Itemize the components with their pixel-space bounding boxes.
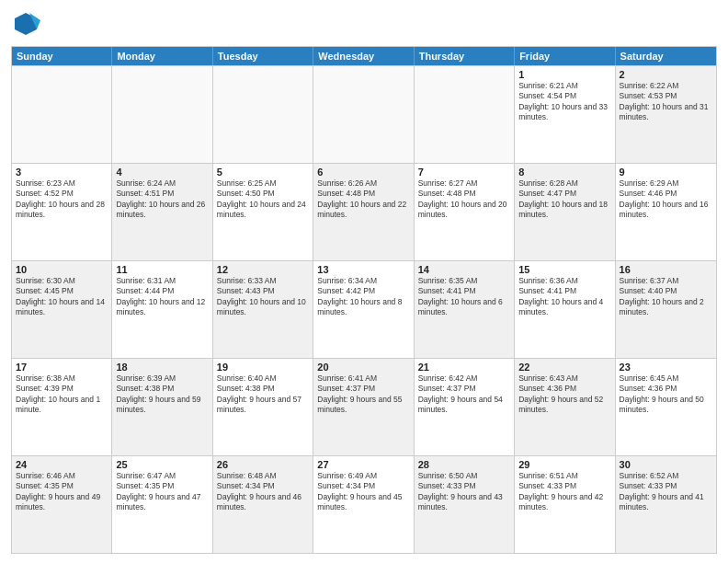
calendar-header: SundayMondayTuesdayWednesdayThursdayFrid…: [12, 47, 716, 65]
day-detail: Sunrise: 6:46 AM Sunset: 4:35 PM Dayligh…: [16, 471, 108, 513]
day-detail: Sunrise: 6:52 AM Sunset: 4:33 PM Dayligh…: [620, 471, 712, 513]
day-detail: Sunrise: 6:25 AM Sunset: 4:50 PM Dayligh…: [217, 178, 309, 221]
calendar-cell: 16Sunrise: 6:37 AM Sunset: 4:40 PM Dayli…: [616, 261, 716, 358]
day-number: 13: [317, 264, 409, 275]
day-number: 9: [620, 167, 712, 178]
day-number: 7: [418, 167, 510, 178]
day-detail: Sunrise: 6:23 AM Sunset: 4:52 PM Dayligh…: [16, 178, 108, 221]
calendar-cell: 24Sunrise: 6:46 AM Sunset: 4:35 PM Dayli…: [12, 456, 112, 553]
calendar-cell: 8Sunrise: 6:28 AM Sunset: 4:47 PM Daylig…: [515, 164, 615, 260]
day-detail: Sunrise: 6:51 AM Sunset: 4:33 PM Dayligh…: [518, 471, 610, 513]
day-detail: Sunrise: 6:41 AM Sunset: 4:37 PM Dayligh…: [317, 373, 409, 416]
calendar-cell: 27Sunrise: 6:49 AM Sunset: 4:34 PM Dayli…: [313, 456, 414, 553]
day-detail: Sunrise: 6:27 AM Sunset: 4:48 PM Dayligh…: [418, 178, 510, 221]
calendar-body: 1Sunrise: 6:21 AM Sunset: 4:54 PM Daylig…: [12, 65, 716, 553]
logo-icon: [11, 9, 40, 39]
calendar-cell: [112, 66, 212, 163]
day-detail: Sunrise: 6:45 AM Sunset: 4:36 PM Dayligh…: [620, 373, 712, 416]
day-detail: Sunrise: 6:28 AM Sunset: 4:47 PM Dayligh…: [518, 178, 610, 221]
day-detail: Sunrise: 6:31 AM Sunset: 4:44 PM Dayligh…: [116, 276, 208, 318]
day-detail: Sunrise: 6:36 AM Sunset: 4:41 PM Dayligh…: [518, 276, 610, 318]
calendar-row-3: 17Sunrise: 6:38 AM Sunset: 4:39 PM Dayli…: [12, 358, 716, 455]
day-detail: Sunrise: 6:29 AM Sunset: 4:46 PM Dayligh…: [620, 178, 712, 221]
header-day-thursday: Thursday: [415, 47, 515, 65]
day-detail: Sunrise: 6:40 AM Sunset: 4:38 PM Dayligh…: [217, 373, 309, 416]
day-detail: Sunrise: 6:43 AM Sunset: 4:36 PM Dayligh…: [518, 373, 610, 416]
header-day-sunday: Sunday: [12, 47, 112, 65]
calendar-cell: 3Sunrise: 6:23 AM Sunset: 4:52 PM Daylig…: [12, 164, 112, 260]
calendar-cell: 5Sunrise: 6:25 AM Sunset: 4:50 PM Daylig…: [213, 164, 313, 260]
day-detail: Sunrise: 6:50 AM Sunset: 4:33 PM Dayligh…: [418, 471, 510, 513]
calendar-cell: 15Sunrise: 6:36 AM Sunset: 4:41 PM Dayli…: [515, 261, 615, 358]
day-detail: Sunrise: 6:37 AM Sunset: 4:40 PM Dayligh…: [620, 276, 712, 318]
calendar-cell: [313, 66, 414, 163]
calendar-cell: 21Sunrise: 6:42 AM Sunset: 4:37 PM Dayli…: [415, 359, 515, 455]
page: SundayMondayTuesdayWednesdayThursdayFrid…: [0, 0, 728, 563]
day-detail: Sunrise: 6:47 AM Sunset: 4:35 PM Dayligh…: [116, 471, 208, 513]
day-detail: Sunrise: 6:33 AM Sunset: 4:43 PM Dayligh…: [217, 276, 309, 318]
calendar-cell: 13Sunrise: 6:34 AM Sunset: 4:42 PM Dayli…: [313, 261, 414, 358]
day-detail: Sunrise: 6:24 AM Sunset: 4:51 PM Dayligh…: [116, 178, 208, 221]
day-number: 3: [16, 167, 108, 178]
calendar-cell: 26Sunrise: 6:48 AM Sunset: 4:34 PM Dayli…: [213, 456, 313, 553]
day-number: 15: [518, 264, 610, 275]
calendar-cell: 1Sunrise: 6:21 AM Sunset: 4:54 PM Daylig…: [515, 66, 615, 163]
day-number: 25: [116, 459, 208, 470]
day-number: 30: [620, 459, 712, 470]
day-number: 27: [317, 459, 409, 470]
day-number: 22: [518, 362, 610, 373]
day-number: 5: [217, 167, 309, 178]
day-detail: Sunrise: 6:21 AM Sunset: 4:54 PM Dayligh…: [518, 81, 610, 123]
day-number: 18: [116, 362, 208, 373]
calendar-cell: 25Sunrise: 6:47 AM Sunset: 4:35 PM Dayli…: [112, 456, 212, 553]
day-detail: Sunrise: 6:34 AM Sunset: 4:42 PM Dayligh…: [317, 276, 409, 318]
day-detail: Sunrise: 6:38 AM Sunset: 4:39 PM Dayligh…: [16, 373, 108, 416]
calendar-cell: [415, 66, 515, 163]
day-number: 26: [217, 459, 309, 470]
header-day-saturday: Saturday: [616, 47, 716, 65]
day-detail: Sunrise: 6:42 AM Sunset: 4:37 PM Dayligh…: [418, 373, 510, 416]
day-number: 1: [518, 69, 610, 80]
calendar-row-2: 10Sunrise: 6:30 AM Sunset: 4:45 PM Dayli…: [12, 260, 716, 358]
calendar-cell: 28Sunrise: 6:50 AM Sunset: 4:33 PM Dayli…: [415, 456, 515, 553]
header-day-tuesday: Tuesday: [213, 47, 313, 65]
calendar-cell: 20Sunrise: 6:41 AM Sunset: 4:37 PM Dayli…: [313, 359, 414, 455]
calendar-cell: 4Sunrise: 6:24 AM Sunset: 4:51 PM Daylig…: [112, 164, 212, 260]
day-number: 14: [418, 264, 510, 275]
calendar-cell: 30Sunrise: 6:52 AM Sunset: 4:33 PM Dayli…: [616, 456, 716, 553]
day-number: 8: [518, 167, 610, 178]
day-number: 17: [16, 362, 108, 373]
day-number: 2: [620, 69, 712, 80]
day-number: 11: [116, 264, 208, 275]
header-day-monday: Monday: [112, 47, 212, 65]
day-number: 4: [116, 167, 208, 178]
calendar: SundayMondayTuesdayWednesdayThursdayFrid…: [11, 46, 717, 554]
day-detail: Sunrise: 6:39 AM Sunset: 4:38 PM Dayligh…: [116, 373, 208, 416]
logo: [11, 9, 44, 39]
day-detail: Sunrise: 6:26 AM Sunset: 4:48 PM Dayligh…: [317, 178, 409, 221]
day-number: 28: [418, 459, 510, 470]
calendar-cell: 10Sunrise: 6:30 AM Sunset: 4:45 PM Dayli…: [12, 261, 112, 358]
day-number: 24: [16, 459, 108, 470]
calendar-row-0: 1Sunrise: 6:21 AM Sunset: 4:54 PM Daylig…: [12, 65, 716, 163]
calendar-cell: 6Sunrise: 6:26 AM Sunset: 4:48 PM Daylig…: [313, 164, 414, 260]
calendar-cell: 23Sunrise: 6:45 AM Sunset: 4:36 PM Dayli…: [616, 359, 716, 455]
calendar-cell: 14Sunrise: 6:35 AM Sunset: 4:41 PM Dayli…: [415, 261, 515, 358]
calendar-row-4: 24Sunrise: 6:46 AM Sunset: 4:35 PM Dayli…: [12, 455, 716, 553]
calendar-cell: 22Sunrise: 6:43 AM Sunset: 4:36 PM Dayli…: [515, 359, 615, 455]
day-number: 16: [620, 264, 712, 275]
calendar-cell: 12Sunrise: 6:33 AM Sunset: 4:43 PM Dayli…: [213, 261, 313, 358]
day-number: 29: [518, 459, 610, 470]
calendar-cell: 17Sunrise: 6:38 AM Sunset: 4:39 PM Dayli…: [12, 359, 112, 455]
day-number: 6: [317, 167, 409, 178]
day-number: 19: [217, 362, 309, 373]
day-number: 21: [418, 362, 510, 373]
header-day-friday: Friday: [515, 47, 615, 65]
day-number: 12: [217, 264, 309, 275]
day-detail: Sunrise: 6:22 AM Sunset: 4:53 PM Dayligh…: [620, 81, 712, 123]
calendar-cell: [12, 66, 112, 163]
calendar-cell: 18Sunrise: 6:39 AM Sunset: 4:38 PM Dayli…: [112, 359, 212, 455]
calendar-cell: [213, 66, 313, 163]
calendar-cell: 29Sunrise: 6:51 AM Sunset: 4:33 PM Dayli…: [515, 456, 615, 553]
header: [11, 9, 717, 39]
